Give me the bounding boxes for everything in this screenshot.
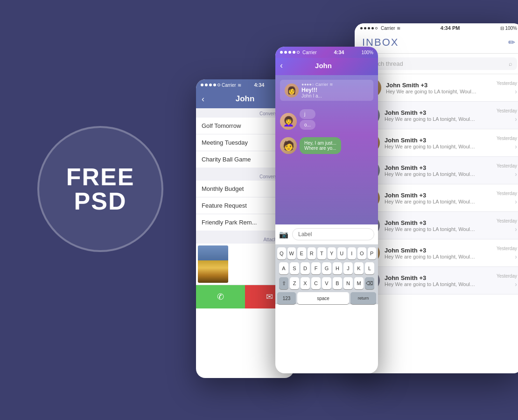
inbox-item-5[interactable]: 👨 John Smith +3 Hey We are going to LA t…: [355, 212, 518, 239]
key-l[interactable]: L: [365, 262, 374, 274]
p3-battery: ⊟ 100%: [500, 26, 517, 31]
chat-bubbles-1: j o...: [300, 109, 315, 130]
p3-d4: [371, 27, 374, 29]
key-123[interactable]: 123: [277, 292, 296, 304]
key-r[interactable]: R: [308, 247, 316, 259]
inbox-date-2: Yesterday: [497, 136, 517, 141]
camera-icon[interactable]: 📷: [279, 230, 288, 239]
p2-dot3: [288, 51, 291, 54]
key-shift[interactable]: ⇧: [279, 277, 288, 289]
inbox-date-4: Yesterday: [497, 191, 517, 196]
key-o[interactable]: O: [357, 247, 366, 259]
p2-carrier: Carrier: [302, 50, 317, 55]
inbox-preview-2: Hey We are going to LA tonight, Would yo…: [385, 144, 478, 149]
free-psd-badge: FREE PSD: [37, 126, 163, 252]
key-h[interactable]: H: [333, 262, 342, 274]
key-m[interactable]: M: [354, 277, 364, 289]
inbox-preview-1: Hey We are going to LA tonight, Would yo…: [385, 116, 478, 122]
key-backspace[interactable]: ⌫: [365, 277, 374, 289]
key-i[interactable]: I: [348, 247, 357, 259]
p2-chat-title: John: [315, 62, 332, 70]
inbox-meta-3: Yesterday ›: [497, 163, 517, 178]
inbox-item-4[interactable]: 🧔 John Smith +3 Hey We are going to LA t…: [355, 184, 518, 212]
notif-face: 👩: [285, 84, 299, 98]
chat-input[interactable]: Label: [292, 228, 374, 240]
keyboard-bottom-row: 123 space return: [277, 292, 376, 304]
inbox-item-7[interactable]: 👨 John Smith +3 Hey We are going to LA t…: [355, 267, 518, 294]
key-b[interactable]: B: [333, 277, 342, 289]
inbox-preview-4: Hey We are going to LA tonight, Would yo…: [385, 199, 478, 204]
compose-icon[interactable]: ✏: [508, 37, 515, 48]
psd-text: PSD: [74, 189, 127, 213]
search-icon: ⌕: [509, 60, 512, 67]
inbox-meta-7: Yesterday ›: [497, 273, 517, 288]
key-z[interactable]: Z: [290, 277, 299, 289]
key-return[interactable]: return: [350, 292, 376, 304]
inbox-content-2: John Smith +3 Hey We are going to LA ton…: [385, 137, 492, 149]
inbox-item-3[interactable]: 👨 John Smith +3 Hey We are going to LA t…: [355, 157, 518, 184]
p2-back-button[interactable]: ‹: [280, 61, 283, 70]
key-e[interactable]: E: [297, 247, 306, 259]
key-j[interactable]: J: [343, 262, 353, 274]
p3-wifi: ≋: [397, 26, 400, 31]
chat-notification: 👩 ●●●●○ Carrier ≋ Hey!!! John I a...: [280, 80, 373, 101]
inbox-date-3: Yesterday: [497, 163, 517, 168]
chevron-3: ›: [515, 170, 517, 178]
attachment-sunflower[interactable]: [198, 245, 228, 283]
inbox-content-6: John Smith +3 Hey We are going to LA ton…: [385, 247, 492, 259]
attachment-city[interactable]: [229, 245, 259, 283]
notif-hey: Hey!!!: [301, 87, 333, 93]
key-v[interactable]: V: [322, 277, 331, 289]
key-a[interactable]: A: [279, 262, 288, 274]
bubble-1a: j: [300, 109, 315, 119]
inbox-meta-6: Yesterday ›: [497, 246, 517, 260]
key-u[interactable]: U: [337, 247, 346, 259]
inbox-item-0[interactable]: 🧔 John Smith +3 Hey We are going to LA t…: [355, 74, 518, 102]
key-w[interactable]: W: [287, 247, 296, 259]
inbox-content-3: John Smith +3 Hey We are going to LA ton…: [385, 164, 492, 177]
inbox-date-0: Yesterday: [497, 81, 517, 86]
signal-dots: Carrier ≋: [201, 83, 241, 88]
chat-face-1: 👩‍🦱: [280, 113, 297, 130]
inbox-preview-5: Hey We are going to LA tonight, Would yo…: [385, 226, 478, 232]
chat-received-1: 👩‍🦱 j o...: [280, 109, 373, 130]
inbox-sender-4: John Smith +3: [385, 192, 492, 199]
search-box[interactable]: Search thread ⌕: [360, 57, 517, 70]
inbox-item-6[interactable]: 🧔 John Smith +3 Hey We are going to LA t…: [355, 239, 518, 267]
phone3-container: Carrier ≋ 4:34 PM ⊟ 100% INBOX ✏ Search …: [355, 23, 518, 373]
search-section: Search thread ⌕: [355, 54, 518, 74]
dot4: [213, 84, 216, 86]
inbox-preview-0: Hey We are going to LA tonight, Would yo…: [386, 89, 479, 94]
inbox-item-2[interactable]: 🧔 John Smith +3 Hey We are going to LA t…: [355, 129, 518, 157]
chevron-0: ›: [515, 88, 517, 95]
free-text: FREE: [66, 165, 135, 189]
dot5: [217, 84, 220, 86]
keyboard-row-3: ⇧ Z X C V B N M ⌫: [277, 277, 376, 289]
key-s[interactable]: S: [290, 262, 299, 274]
key-x[interactable]: X: [301, 277, 310, 289]
key-c[interactable]: C: [311, 277, 321, 289]
key-f[interactable]: F: [311, 262, 321, 274]
inbox-content-0: John Smith +3 Hey We are going to LA ton…: [386, 82, 492, 94]
key-n[interactable]: N: [343, 277, 353, 289]
dot1: [201, 84, 203, 86]
chevron-7: ›: [515, 280, 517, 288]
inbox-item-1[interactable]: 👨 John Smith +3 Hey We are going to LA t…: [355, 102, 518, 129]
call-button[interactable]: ✆: [196, 285, 245, 308]
key-p[interactable]: P: [368, 247, 377, 259]
chevron-5: ›: [515, 225, 517, 233]
phone2-status-bar: Carrier 4:34 100%: [275, 47, 378, 58]
key-d[interactable]: D: [301, 262, 310, 274]
inbox-meta-2: Yesterday ›: [497, 136, 517, 150]
inbox-sender-3: John Smith +3: [385, 164, 492, 171]
back-button[interactable]: ‹: [202, 94, 204, 104]
p3-d5: [375, 27, 378, 29]
key-q[interactable]: Q: [277, 247, 286, 259]
inbox-date-7: Yesterday: [497, 273, 517, 279]
key-k[interactable]: K: [354, 262, 364, 274]
notif-carrier-text: ●●●●○ Carrier ≋: [301, 82, 333, 87]
key-y[interactable]: Y: [328, 247, 336, 259]
key-g[interactable]: G: [322, 262, 331, 274]
key-t[interactable]: T: [317, 247, 326, 259]
key-space[interactable]: space: [297, 292, 349, 304]
